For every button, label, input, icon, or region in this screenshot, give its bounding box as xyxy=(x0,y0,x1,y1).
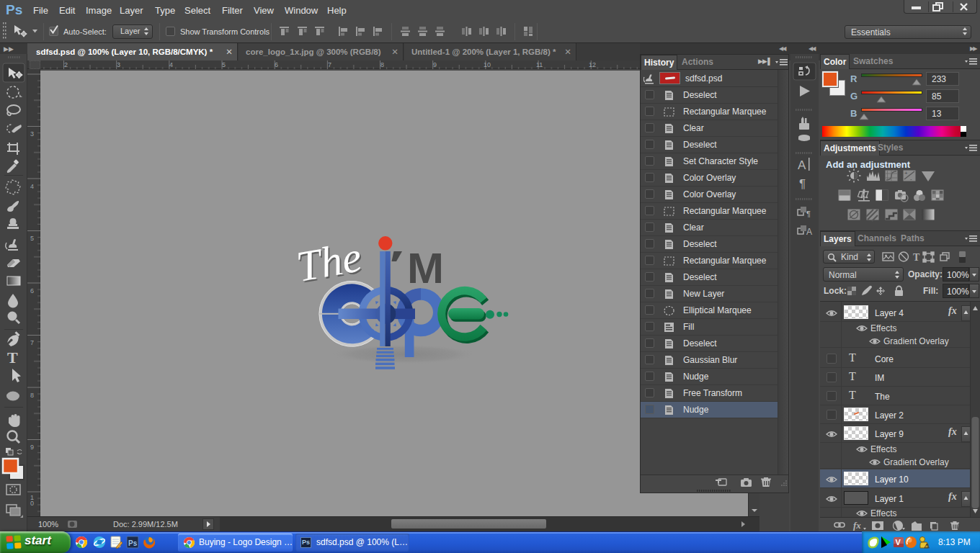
svg-text:T: T xyxy=(7,349,18,367)
svg-text:¶: ¶ xyxy=(806,210,811,218)
svg-text:¶: ¶ xyxy=(799,177,806,191)
svg-text:V: V xyxy=(896,538,901,547)
svg-text:T: T xyxy=(913,252,920,263)
svg-text:fx: fx xyxy=(853,520,861,531)
svg-text:+: + xyxy=(904,170,908,176)
svg-text:A: A xyxy=(798,158,806,172)
svg-text:⚠: ⚠ xyxy=(924,542,930,549)
svg-text:-: - xyxy=(910,176,912,182)
svg-text:A: A xyxy=(806,227,812,237)
svg-text:Ps: Ps xyxy=(128,539,138,547)
svg-text:M: M xyxy=(407,244,444,292)
